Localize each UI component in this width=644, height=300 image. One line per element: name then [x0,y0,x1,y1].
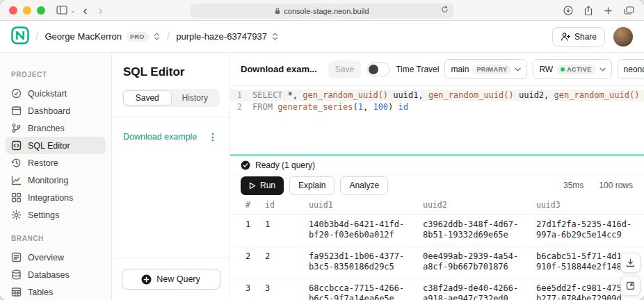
compute-selector[interactable]: RW ACTIVE [533,59,611,79]
branch-name: main [451,65,469,74]
share-label: Share [574,32,597,42]
download-results-button[interactable] [620,253,641,273]
monitoring-icon [11,175,22,185]
chevron-updown-icon [271,32,279,41]
sidebar-item-label: Monitoring [28,176,68,185]
sidebar-item-restore[interactable]: Restore [6,154,106,172]
editor-toolbar: Download exam... Save Time Travel main P… [230,53,644,86]
cell-uuid3: 27d1f2fa-5235-416d-997a-6b29c5e14cc9 [536,215,644,246]
org-name: George MacKerron [45,31,122,42]
new-query-button[interactable]: New Query [122,269,220,290]
org-breadcrumb[interactable]: George MacKerron PRO [45,31,160,42]
save-button[interactable]: Save [328,60,361,78]
status-text: Ready (1 query) [255,160,315,170]
col-id: id [265,200,309,210]
col-uuid3: uuid3 [536,200,644,210]
chevron-updown-icon [153,32,161,41]
restore-icon [11,158,22,168]
time-travel-toggle[interactable] [367,62,390,76]
sidebar-item-label: Branches [28,124,65,133]
chevron-down-icon [599,67,606,72]
cell-uuid1: 68ccbcca-7715-4266-b6c5-9f7a14ea6e5e [309,278,423,300]
breadcrumb-slash: / [167,31,170,43]
database-selector[interactable]: neondb [618,59,644,79]
address-bar[interactable]: console-stage.neon.build [191,3,453,18]
cell-index: 1 [230,215,265,246]
code-text: FROM generate_series(1, 100) id [247,101,408,113]
run-label: Run [260,181,275,190]
tab-history[interactable]: History [172,90,219,106]
cell-uuid1: fa9523d1-1b06-4377-b3c5-8350186d29c5 [309,247,423,278]
saved-query-label: Download example [123,132,197,142]
table-header-row: # id uuid1 uuid2 uuid3 [230,197,644,215]
share-button[interactable]: Share [552,27,605,47]
cell-uuid1: 140b3b4d-6421-41fd-bf20-f03e6b0a012f [309,215,423,246]
line-number: 2 [230,101,247,113]
sidebar-item-label: Overview [28,253,64,262]
sidebar-item-databases[interactable]: Databases [6,266,106,283]
neon-logo[interactable] [11,26,29,47]
share-icon[interactable] [584,6,593,16]
share-user-icon [561,32,570,41]
run-button[interactable]: Run [241,176,284,195]
play-icon [249,182,256,190]
back-button[interactable]: ‹ [80,4,91,17]
chevron-down-icon [515,67,521,72]
tab-overview-icon[interactable] [624,6,634,15]
new-tab-icon[interactable] [604,6,613,15]
primary-badge: PRIMARY [472,65,511,74]
new-query-label: New Query [156,274,200,284]
sidebar-item-label: Integrations [28,193,73,203]
saved-query-item[interactable]: Download example ⋮ [112,126,230,147]
sidebar-item-label: SQL Editor [28,141,70,151]
line-number: 1 [230,90,247,101]
close-window-button[interactable] [9,6,17,15]
sidebar-item-monitoring[interactable]: Monitoring [6,172,106,189]
cell-id: 1 [265,215,309,246]
user-avatar[interactable] [613,27,633,47]
sidebar-item-label: Restore [28,158,58,168]
minimize-window-button[interactable] [23,6,31,15]
forward-button[interactable]: › [95,4,106,17]
sidebar-item-quickstart[interactable]: Quickstart [6,85,106,102]
compute-name: RW [539,65,553,74]
sidebar-item-label: Quickstart [28,89,67,99]
query-menu-icon[interactable]: ⋮ [206,131,220,142]
cell-uuid2: c3962ddb-348f-4d67-8b51-19332d69e65e [423,215,536,246]
cell-id: 2 [265,247,309,278]
project-name: purple-haze-63747937 [176,31,267,42]
app-header: / George MacKerron PRO / purple-haze-637… [0,21,644,53]
sidebar-item-dashboard[interactable]: Dashboard [6,102,106,119]
project-breadcrumb[interactable]: purple-haze-63747937 [176,31,279,42]
sidebar-item-overview[interactable]: Overview [6,249,106,266]
dashboard-icon [11,106,22,116]
explain-button[interactable]: Explain [289,176,335,195]
code-line: 1 SELECT *, gen_random_uuid() uuid1, gen… [230,90,644,101]
row-count: 100 rows [599,181,633,190]
sql-editor-panel: SQL Editor Saved History Download exampl… [112,53,230,300]
window-controls [9,6,45,15]
lock-icon [275,8,280,15]
sidebar-item-label: Settings [28,210,59,220]
downloads-icon[interactable] [563,6,573,15]
reload-icon[interactable] [441,6,449,13]
sidebar-item-tables[interactable]: Tables [6,283,106,300]
sidebar-chevron-icon[interactable]: ⌄ [70,7,76,14]
quickstart-icon [11,88,22,99]
analyze-button[interactable]: Analyze [340,176,388,195]
saved-history-tabs: Saved History [122,89,220,107]
query-title: Download exam... [241,64,317,74]
sidebar-item-settings[interactable]: Settings [6,206,106,224]
table-row: 3 3 68ccbcca-7715-4266-b6c5-9f7a14ea6e5e… [230,278,644,300]
sidebar-item-label: Databases [28,270,70,280]
sql-code-editor[interactable]: 1 SELECT *, gen_random_uuid() uuid1, gen… [230,86,644,154]
expand-results-button[interactable] [620,276,641,296]
zoom-window-button[interactable] [37,6,45,15]
sidebar-item-sql-editor[interactable]: SQL Editor [6,137,106,154]
branch-selector[interactable]: main PRIMARY [444,59,527,79]
browser-sidebar-icon[interactable] [56,6,67,15]
sidebar-item-branches[interactable]: Branches [6,119,106,137]
tab-saved[interactable]: Saved [123,90,172,106]
sidebar-item-integrations[interactable]: Integrations [6,189,106,206]
sql-editor-icon [11,140,22,151]
